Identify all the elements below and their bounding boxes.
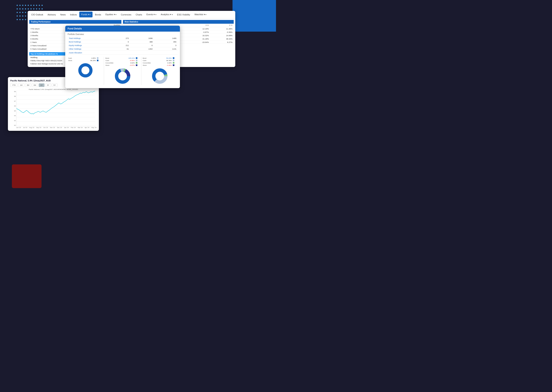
x-label: Sep '23 bbox=[36, 127, 41, 128]
donut-divider bbox=[104, 57, 104, 85]
x-label: Dec '23 bbox=[57, 127, 62, 128]
alloc-label: Stock bbox=[68, 59, 80, 62]
nav-events[interactable]: Events ▾ bbox=[145, 12, 158, 17]
alloc-color bbox=[172, 57, 177, 59]
navigation-bar: CIO Outlook Advisory News Indices Funds … bbox=[28, 11, 235, 18]
row-col1: 0 bbox=[106, 40, 130, 44]
donut-chart-3 bbox=[151, 67, 169, 85]
x-label: Oct '23 bbox=[43, 127, 48, 128]
table-row: Total Holdings 272 1696 1489 bbox=[68, 36, 177, 40]
nav-funds[interactable]: Funds ▾ bbox=[79, 12, 92, 17]
line-chart-svg bbox=[16, 91, 95, 126]
portfolio-overview-label: Portfolio Overview: bbox=[68, 33, 177, 35]
alloc-val: 105.21% bbox=[122, 57, 135, 59]
alloc-label: Bond bbox=[105, 57, 122, 59]
time-btn-1m[interactable]: 1M bbox=[18, 83, 24, 87]
y-label: 93 bbox=[10, 120, 16, 121]
row-col3: 1131 bbox=[154, 47, 177, 51]
x-label: Jul '23 bbox=[23, 127, 27, 128]
nav-equities[interactable]: Equities ▾ bbox=[103, 12, 118, 17]
row-col2: 388 bbox=[130, 40, 154, 44]
alloc-val: -0.46% bbox=[160, 64, 172, 66]
nav-charts[interactable]: Charts bbox=[134, 12, 144, 17]
nav-cio-outlook[interactable]: CIO Outlook bbox=[29, 12, 45, 17]
y-label: 95 bbox=[10, 110, 16, 112]
table-row: Cash 1.85% bbox=[68, 57, 103, 59]
row-col1: 211 bbox=[106, 44, 130, 47]
y-label: 96 bbox=[10, 105, 16, 107]
time-btn-3y[interactable]: 3Y bbox=[45, 83, 51, 87]
y-label: 94 bbox=[10, 115, 16, 117]
row-col1: 61 bbox=[106, 47, 130, 51]
row-value-5yr: 11.48% bbox=[210, 27, 234, 30]
allocation-table-2: Bond 105.21% Cash -8.96% Convertible 4.6… bbox=[105, 57, 140, 66]
table-row: Convertible 4.44% bbox=[142, 62, 177, 64]
table-row: Stock 98.15% bbox=[68, 59, 103, 62]
row-label: Other Holdings bbox=[68, 47, 106, 51]
fund-details-body: Portfolio Overview: Total Holdings 272 1… bbox=[65, 32, 180, 88]
asset-allocation-label: Asset Allocation bbox=[68, 51, 177, 55]
time-btn-5y[interactable]: 5Y bbox=[52, 83, 57, 87]
row-col2: 1302 bbox=[130, 47, 154, 51]
nav-indices[interactable]: Indices bbox=[68, 12, 79, 17]
bg-blue-rectangle bbox=[233, 0, 276, 32]
allocation-table-3: Bond 59.23% Cash 36.78% Convertible 4.44… bbox=[142, 57, 177, 66]
y-label: 98 bbox=[10, 95, 16, 97]
alloc-color bbox=[96, 59, 103, 62]
nav-esg[interactable]: ESG Visibility bbox=[175, 12, 192, 17]
x-axis: Jun '23 Jul '23 Aug '23 Sep '23 Oct '23 … bbox=[16, 127, 97, 128]
nav-advisory[interactable]: Advisory bbox=[46, 12, 58, 17]
nav-news[interactable]: News bbox=[58, 12, 68, 17]
nav-bonds[interactable]: Bonds bbox=[93, 12, 103, 17]
row-value-5yr: -0.36% bbox=[210, 30, 234, 34]
alloc-label: Stock bbox=[142, 64, 160, 66]
row-value-3yr: 12.19% bbox=[185, 27, 210, 30]
table-row: Asset Allocation bbox=[68, 51, 177, 55]
x-label: Jun '23 bbox=[16, 127, 21, 128]
row-col3: 3 bbox=[154, 44, 177, 47]
nav-analytics[interactable]: Analytics ▾ bbox=[159, 12, 175, 17]
alloc-val: 98.15% bbox=[80, 59, 96, 62]
nav-currencies[interactable]: Currencies bbox=[119, 12, 133, 17]
x-label: Feb '24 bbox=[71, 127, 76, 128]
row-value-3yr: -0.87% bbox=[185, 30, 210, 34]
x-label: Mar '24 bbox=[78, 127, 83, 128]
alloc-label: Bond bbox=[142, 57, 160, 59]
svg-point-11 bbox=[156, 72, 164, 80]
y-label: 99 bbox=[10, 91, 16, 92]
alloc-val: 59.23% bbox=[160, 57, 172, 59]
chart-wrapper: 99 98 97 96 95 94 93 92 bbox=[16, 91, 97, 126]
table-row: Bond 105.21% bbox=[105, 57, 140, 59]
y-label: 92 bbox=[10, 125, 16, 126]
donut-chart-2 bbox=[114, 67, 131, 85]
y-axis: 99 98 97 96 95 94 93 92 bbox=[10, 91, 16, 126]
alloc-val: 1.85% bbox=[80, 57, 96, 59]
svg-point-7 bbox=[118, 72, 127, 80]
x-label: Apr '24 bbox=[85, 127, 89, 128]
fund-details-card: Fund Details Portfolio Overview: Total H… bbox=[65, 26, 180, 88]
x-label: Jan '24 bbox=[64, 127, 69, 128]
time-btn-1y[interactable]: 1Y bbox=[39, 83, 44, 87]
table-row: Stock -0.46% bbox=[142, 64, 177, 66]
table-row: Equity Holdings 211 6 3 bbox=[68, 44, 177, 47]
trailing-performance-title: Trailing Performance bbox=[29, 20, 121, 24]
alloc-label: Stock bbox=[105, 64, 122, 66]
time-btn-6m[interactable]: 6M bbox=[32, 83, 38, 87]
alloc-color bbox=[172, 64, 177, 66]
table-row: Stock -0.87% bbox=[105, 64, 140, 66]
donut-chart-1 bbox=[78, 63, 93, 78]
table-row: Bond 59.23% bbox=[142, 57, 177, 59]
donut-section-2: Bond 105.21% Cash -8.96% Convertible 4.6… bbox=[105, 57, 140, 85]
alloc-val: 4.62% bbox=[122, 62, 135, 64]
row-value-3yr: -19.64% bbox=[185, 41, 210, 44]
alloc-color bbox=[96, 57, 103, 59]
row-label: Equity Holdings bbox=[68, 44, 106, 47]
alloc-color bbox=[135, 59, 140, 62]
time-btn-ytd[interactable]: YTD bbox=[10, 83, 17, 87]
row-col2: 1696 bbox=[130, 36, 154, 40]
nav-watchlist[interactable]: Watchlist ▾ bbox=[192, 12, 208, 17]
alloc-color bbox=[172, 59, 177, 62]
alloc-label: Convertible bbox=[142, 62, 160, 64]
time-btn-3m[interactable]: 3M bbox=[25, 83, 31, 87]
alloc-val: -8.96% bbox=[122, 59, 135, 62]
